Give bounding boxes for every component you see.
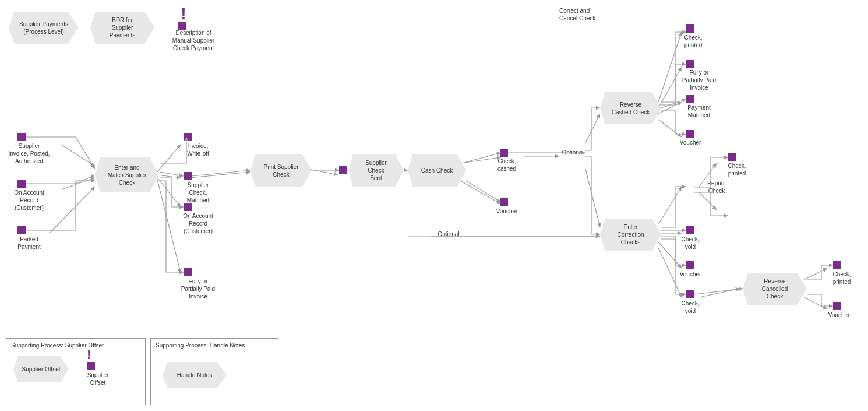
handle-notes-label: Handle Notes (177, 371, 213, 379)
on-account-record2-node (184, 203, 192, 211)
parked-payment-node (17, 226, 26, 234)
reverse-cashed-shape: ReverseCashed Check (600, 92, 661, 124)
on-account-record1-node (17, 180, 26, 188)
check-printed1-label: Check,printed (673, 34, 714, 49)
voucher3-label: Voucher (673, 271, 708, 278)
svg-line-32 (192, 170, 250, 176)
optional1-label: Optional (558, 149, 587, 156)
svg-line-8 (190, 172, 250, 178)
voucher2-label: Voucher (673, 139, 708, 146)
print-supplier-check-label: Print SupplierCheck (262, 162, 299, 180)
supplier-offset-shape: Supplier Offset (13, 356, 69, 382)
supplier-check-sent-label: SupplierCheckSent (364, 158, 388, 183)
fully-partially-paid2-label: Fully orPartially PaidInvoice (673, 69, 725, 92)
svg-line-3 (50, 187, 95, 233)
fully-partially-paid1-node (184, 268, 192, 276)
description-manual-label: Description ofManual SupplierCheck Payme… (164, 29, 223, 52)
voucher2-node (686, 130, 694, 138)
on-account-record1-label: On AccountRecord(Customer) (3, 189, 55, 212)
check-printed2-node (728, 153, 736, 161)
reverse-cancelled-shape: ReverseCancelledCheck (743, 273, 807, 305)
supplier-offset-node (87, 362, 95, 370)
check-void2-node (686, 290, 694, 298)
enter-match-shape: Enter andMatch SupplierCheck (95, 157, 159, 192)
supplier-check-matched-label: SupplierCheck,Matched (172, 181, 224, 204)
voucher3-node (686, 261, 694, 269)
voucher1-label: Voucher (489, 208, 524, 215)
exclamation-icon: ! (178, 6, 189, 22)
reverse-cashed-label: ReverseCashed Check (611, 100, 651, 117)
check-void2-label: Check,void (673, 300, 708, 315)
svg-line-1 (61, 145, 95, 166)
support-supplier-offset-box: Supporting Process: Supplier Offset Supp… (6, 338, 146, 405)
on-account-record2-label: On AccountRecord(Customer) (172, 212, 224, 235)
handle-notes-shape: Handle Notes (163, 362, 227, 388)
supplier-invoice-node (17, 133, 26, 141)
check-printed2-label: Check,printed (717, 162, 757, 177)
print-supplier-check-shape: Print SupplierCheck (250, 154, 312, 187)
supplier-payments-shape: Supplier Payments(Process Level) (9, 12, 79, 44)
supplier-offset2-label: SupplierOffset (77, 371, 118, 387)
svg-line-9 (309, 169, 338, 175)
reverse-cancelled-label: ReverseCancelledCheck (761, 276, 789, 301)
supplier-check-matched-node (184, 172, 192, 180)
right-border-box (545, 6, 853, 332)
enter-match-label: Enter andMatch SupplierCheck (107, 163, 148, 188)
cash-check-label: Cash Check (420, 166, 454, 175)
reprint-check-label: ReprintCheck (696, 180, 737, 195)
enter-correction-shape: EnterCorrectionChecks (600, 219, 661, 251)
svg-line-12 (460, 181, 501, 204)
supplier-invoice-label: SupplierInvoice, Posted,Authorized (3, 142, 55, 165)
check-cashed-node (500, 149, 508, 157)
fully-partially-paid1-label: Fully orPartially PaidInvoice (172, 277, 224, 300)
supplier-payments-label: Supplier Payments(Process Level) (17, 18, 70, 38)
support-handle-notes-title: Supporting Process: Handle Notes (156, 342, 245, 349)
enter-correction-label: EnterCorrectionChecks (616, 222, 645, 247)
correct-cancel-label: Correct andCancel Check (559, 7, 629, 22)
bdr-supplier-shape: BDR forSupplierPayments (90, 12, 154, 44)
cash-check-shape: Cash Check (408, 154, 466, 187)
check-printed3-node (833, 261, 841, 269)
svg-line-31 (160, 172, 184, 176)
print-to-sent-node (339, 166, 347, 174)
check-void1-node (686, 226, 694, 234)
invoice-writeoff-node (184, 133, 192, 141)
diagram-container: Supplier Payments(Process Level) BDR for… (0, 0, 868, 411)
supplier-offset-exclamation: ! (87, 347, 91, 363)
supplier-check-sent-shape: SupplierCheckSent (348, 154, 404, 187)
optional2-label: Optional (431, 230, 466, 238)
svg-line-2 (61, 178, 95, 189)
check-printed1-node (686, 24, 694, 33)
voucher4-node (833, 302, 841, 310)
payment-matched-label: PaymentMatched (673, 104, 725, 119)
supplier-offset1-label: Supplier Offset (22, 366, 61, 373)
fully-partially-paid2-node (686, 60, 694, 68)
parked-payment-label: ParkedPayment (3, 236, 55, 251)
invoice-writeoff-label: Invoice,Write-off (172, 142, 224, 157)
voucher1-node (500, 198, 508, 206)
check-printed3-label: Check,printed (821, 271, 862, 286)
svg-line-5 (157, 175, 181, 178)
payment-matched-node (686, 95, 694, 103)
check-cashed-label: Check,cashed (489, 157, 524, 173)
check-void1-label: Check,void (673, 236, 708, 251)
voucher4-label: Voucher (821, 311, 856, 319)
bdr-supplier-label: BDR forSupplierPayments (107, 14, 137, 41)
support-handle-notes-box: Supporting Process: Handle Notes Handle … (150, 338, 278, 405)
